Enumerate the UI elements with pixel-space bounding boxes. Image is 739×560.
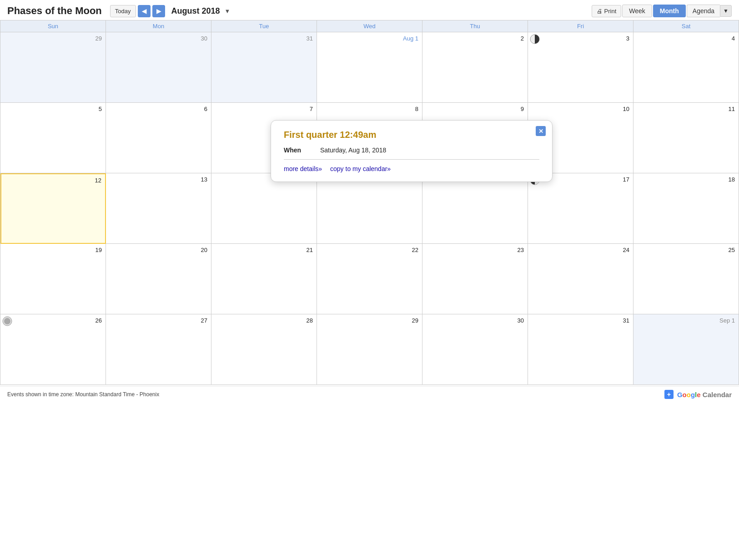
day-num-sep1: Sep 1: [635, 316, 737, 326]
prev-month-button[interactable]: ◀: [138, 5, 151, 17]
cell-aug27[interactable]: 27: [106, 314, 211, 385]
view-buttons: 🖨 Print Week Month Agenda ▼: [592, 5, 732, 17]
cell-aug12[interactable]: 12: [0, 173, 106, 244]
agenda-dropdown-button[interactable]: ▼: [720, 5, 732, 17]
month-view-button[interactable]: Month: [653, 5, 686, 17]
cell-aug29[interactable]: 29: [317, 314, 422, 385]
day-header-mon: Mon: [106, 20, 211, 32]
week-3: 12 13 14 15 16 17: [0, 173, 739, 244]
agenda-view-button[interactable]: Agenda: [687, 5, 720, 17]
day-header-tue: Tue: [211, 20, 317, 32]
cell-aug20[interactable]: 20: [106, 244, 211, 314]
agenda-view-group: Agenda ▼: [687, 5, 732, 17]
day-num-jul30: 30: [108, 34, 209, 44]
today-button[interactable]: Today: [110, 5, 136, 17]
cell-aug21[interactable]: 21: [211, 244, 317, 314]
footer: Events shown in time zone: Mountain Stan…: [0, 386, 739, 403]
cell-jul29[interactable]: 29: [0, 32, 106, 103]
cell-aug17[interactable]: 17: [528, 173, 633, 244]
day-num-aug3: 3: [530, 34, 631, 44]
cell-aug2[interactable]: 2: [422, 32, 528, 103]
cell-aug16[interactable]: 16: [422, 173, 528, 244]
more-details-link[interactable]: more details»: [284, 165, 322, 172]
cell-aug28[interactable]: 28: [211, 314, 317, 385]
cell-sep1[interactable]: Sep 1: [633, 314, 739, 385]
day-num-aug26: 26: [2, 316, 104, 326]
day-header-sat: Sat: [633, 20, 739, 32]
month-dropdown-arrow[interactable]: ▼: [225, 8, 231, 15]
popup-when-row: When Saturday, Aug 18, 2018: [284, 146, 539, 154]
footer-timezone-text: Events shown in time zone: Mountain Stan…: [7, 391, 159, 398]
nav-controls: Today ◀ ▶ August 2018 ▼: [110, 5, 231, 17]
day-num-aug22: 22: [319, 246, 420, 255]
print-button[interactable]: 🖨 Print: [592, 5, 622, 17]
cell-jul31[interactable]: 31: [211, 32, 317, 103]
cell-aug23[interactable]: 23: [422, 244, 528, 314]
day-num-aug25: 25: [635, 246, 737, 255]
week-view-button[interactable]: Week: [622, 5, 652, 17]
popup-body: When Saturday, Aug 18, 2018 more details…: [284, 146, 539, 172]
cell-aug25[interactable]: 25: [633, 244, 739, 314]
cell-aug31[interactable]: 31: [528, 314, 633, 385]
day-num-aug1: Aug 1: [319, 34, 420, 44]
calendar: Sun Mon Tue Wed Thu Fri Sat 29 30 31 Aug…: [0, 20, 739, 385]
day-num-aug9: 9: [424, 105, 526, 114]
day-num-aug21: 21: [213, 246, 315, 255]
day-num-aug8: 8: [319, 105, 420, 114]
day-headers: Sun Mon Tue Wed Thu Fri Sat: [0, 20, 739, 32]
day-header-fri: Fri: [528, 20, 633, 32]
day-num-aug18: 18: [635, 175, 737, 185]
cell-aug18[interactable]: 18: [633, 173, 739, 244]
cell-aug26[interactable]: 26: [0, 314, 106, 385]
week-4: 19 20 21 22 23 24 25: [0, 244, 739, 314]
day-num-aug10: 10: [530, 105, 631, 114]
cell-aug24[interactable]: 24: [528, 244, 633, 314]
cell-aug14[interactable]: 14: [211, 173, 317, 244]
day-num-aug4: 4: [635, 34, 737, 44]
google-calendar-badge: + Google Calendar: [664, 390, 732, 399]
day-num-aug7: 7: [213, 105, 315, 114]
cell-aug19[interactable]: 19: [0, 244, 106, 314]
day-num-aug11: 11: [635, 105, 737, 114]
day-num-aug13: 13: [108, 175, 209, 185]
day-num-jul29: 29: [2, 34, 104, 44]
day-header-sun: Sun: [0, 20, 106, 32]
day-num-aug28: 28: [213, 316, 315, 326]
popup-close-button[interactable]: ✕: [536, 126, 546, 136]
cell-aug30[interactable]: 30: [422, 314, 528, 385]
cell-aug22[interactable]: 22: [317, 244, 422, 314]
next-month-button[interactable]: ▶: [152, 5, 165, 17]
day-num-aug19: 19: [2, 246, 104, 255]
cell-aug5[interactable]: 5: [0, 103, 106, 173]
week-1: 29 30 31 Aug 1 2 3: [0, 32, 739, 103]
week-5: 26 27 28 29 30 31 Sep 1: [0, 314, 739, 385]
popup-title: First quarter 12:49am: [284, 130, 539, 140]
day-num-aug31: 31: [530, 316, 631, 326]
popup-when-label: When: [284, 146, 320, 154]
cell-aug6[interactable]: 6: [106, 103, 211, 173]
copy-to-calendar-link[interactable]: copy to my calendar»: [330, 165, 391, 172]
day-num-aug27: 27: [108, 316, 209, 326]
day-num-aug30: 30: [424, 316, 526, 326]
day-num-aug20: 20: [108, 246, 209, 255]
cell-aug3[interactable]: 3: [528, 32, 633, 103]
cell-aug1[interactable]: Aug 1: [317, 32, 422, 103]
gcal-plus-icon: +: [664, 390, 674, 399]
cell-jul30[interactable]: 30: [106, 32, 211, 103]
cell-aug4[interactable]: 4: [633, 32, 739, 103]
day-num-aug6: 6: [108, 105, 209, 114]
svg-point-3: [4, 318, 10, 324]
day-header-wed: Wed: [317, 20, 422, 32]
first-quarter-icon: [530, 34, 540, 45]
printer-icon: 🖨: [597, 8, 603, 15]
page-title: Phases of the Moon: [7, 5, 102, 17]
popup-when-value: Saturday, Aug 18, 2018: [320, 146, 386, 154]
cell-aug11[interactable]: 11: [633, 103, 739, 173]
cell-aug13[interactable]: 13: [106, 173, 211, 244]
day-num-aug29: 29: [319, 316, 420, 326]
day-num-aug24: 24: [530, 246, 631, 255]
cell-aug15[interactable]: 15: [317, 173, 422, 244]
month-label: August 2018: [171, 6, 220, 16]
popup-divider: [284, 159, 539, 160]
day-num-aug2: 2: [424, 34, 526, 44]
